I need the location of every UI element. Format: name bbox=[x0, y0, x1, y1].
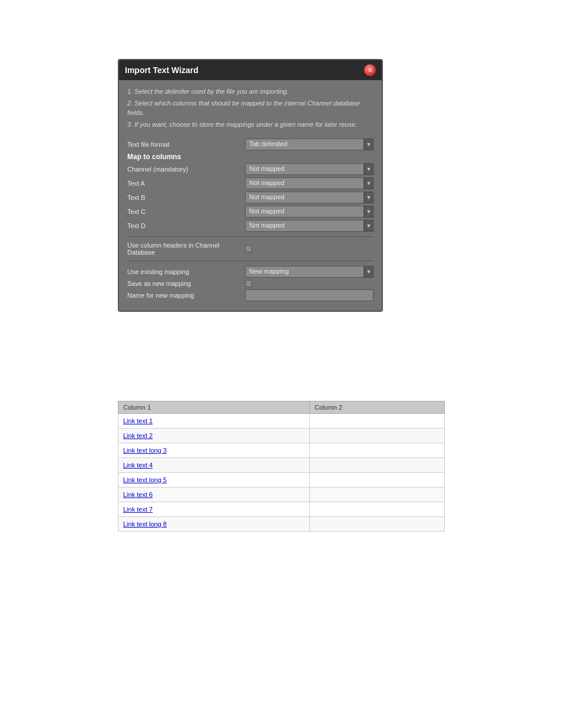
table-link[interactable]: Link text 1 bbox=[123, 417, 153, 424]
text-b-dropdown[interactable]: Not mapped bbox=[245, 192, 364, 203]
text-a-row: Text A Not mapped ▼ bbox=[127, 177, 373, 189]
import-wizard-dialog: Import Text Wizard ✕ 1. Select the delim… bbox=[118, 59, 383, 312]
table-row: Link text 4 bbox=[118, 458, 445, 473]
channel-row: Channel (mandatory) Not mapped ▼ bbox=[127, 163, 373, 175]
channel-dropdown[interactable]: Not mapped bbox=[245, 163, 364, 175]
text-a-dropdown[interactable]: Not mapped bbox=[245, 177, 364, 189]
table-cell-link: Link text 4 bbox=[118, 458, 310, 473]
table-link[interactable]: Link text long 5 bbox=[123, 476, 167, 483]
text-d-arrow[interactable]: ▼ bbox=[364, 220, 373, 232]
table-link[interactable]: Link text long 3 bbox=[123, 447, 167, 454]
table-cell-link: Link text long 5 bbox=[118, 473, 310, 487]
table-row: Link text long 5 bbox=[118, 473, 445, 487]
table-cell-link: Link text 1 bbox=[118, 414, 310, 429]
table-link[interactable]: Link text long 8 bbox=[123, 521, 167, 528]
dialog-container: Import Text Wizard ✕ 1. Select the delim… bbox=[118, 59, 383, 312]
text-c-row: Text C Not mapped ▼ bbox=[127, 206, 373, 218]
text-file-format-dropdown-wrapper: Tab delimited ▼ bbox=[245, 139, 373, 150]
dialog-body: 1. Select the delimiter used by the file… bbox=[119, 80, 382, 311]
table-cell-link: Link text 6 bbox=[118, 487, 310, 502]
instruction-2: 2. Select which columns that should be m… bbox=[127, 99, 373, 117]
table-link[interactable]: Link text 4 bbox=[123, 462, 153, 469]
table-row: Link text 7 bbox=[118, 502, 445, 517]
table-cell-value bbox=[310, 429, 445, 443]
use-existing-mapping-arrow[interactable]: ▼ bbox=[364, 266, 373, 278]
save-as-new-mapping-checkbox-wrapper bbox=[245, 280, 254, 287]
channel-dropdown-wrapper: Not mapped ▼ bbox=[245, 163, 373, 175]
reference-table: Column 1 Column 2 Link text 1Link text 2… bbox=[118, 401, 445, 532]
use-existing-mapping-dropdown[interactable]: New mapping bbox=[245, 266, 364, 278]
text-d-label: Text D bbox=[127, 222, 245, 229]
instruction-1: 1. Select the delimiter used by the file… bbox=[127, 87, 373, 96]
name-for-new-mapping-label: Name for new mapping bbox=[127, 292, 245, 299]
table-link[interactable]: Link text 7 bbox=[123, 506, 153, 513]
table-row: Link text 1 bbox=[118, 414, 445, 429]
table-col2-header: Column 2 bbox=[310, 401, 445, 414]
text-file-format-row: Text file format Tab delimited ▼ bbox=[127, 139, 373, 150]
table-row: Link text 2 bbox=[118, 429, 445, 443]
text-c-arrow[interactable]: ▼ bbox=[364, 206, 373, 218]
table-cell-value bbox=[310, 414, 445, 429]
channel-arrow[interactable]: ▼ bbox=[364, 163, 373, 175]
table-cell-value bbox=[310, 502, 445, 517]
text-a-dropdown-wrapper: Not mapped ▼ bbox=[245, 177, 373, 189]
channel-label: Channel (mandatory) bbox=[127, 166, 245, 173]
instruction-3: 3. If you want, choose to store the mapp… bbox=[127, 120, 373, 129]
dialog-titlebar: Import Text Wizard ✕ bbox=[119, 60, 382, 80]
divider-2 bbox=[127, 261, 373, 261]
divider-1 bbox=[127, 236, 373, 237]
use-column-headers-row: Use column headers in Channel Database bbox=[127, 242, 373, 256]
table-cell-link: Link text long 8 bbox=[118, 517, 310, 532]
use-existing-mapping-dropdown-wrapper: New mapping ▼ bbox=[245, 266, 373, 278]
text-b-arrow[interactable]: ▼ bbox=[364, 192, 373, 203]
table-cell-value bbox=[310, 487, 445, 502]
text-b-label: Text B bbox=[127, 194, 245, 201]
text-d-row: Text D Not mapped ▼ bbox=[127, 220, 373, 232]
use-existing-mapping-label: Use existing mapping bbox=[127, 268, 245, 275]
table-cell-value bbox=[310, 443, 445, 458]
text-b-row: Text B Not mapped ▼ bbox=[127, 192, 373, 203]
use-column-headers-checkbox[interactable] bbox=[245, 245, 252, 252]
text-d-dropdown[interactable]: Not mapped bbox=[245, 220, 364, 232]
text-a-label: Text A bbox=[127, 180, 245, 187]
close-button[interactable]: ✕ bbox=[364, 64, 376, 76]
table-cell-value bbox=[310, 473, 445, 487]
map-to-columns-label: Map to columns bbox=[127, 153, 245, 161]
map-to-columns-header-row: Map to columns bbox=[127, 153, 373, 161]
text-file-format-label: Text file format bbox=[127, 141, 245, 148]
table-cell-link: Link text 2 bbox=[118, 429, 310, 443]
text-c-label: Text C bbox=[127, 208, 245, 215]
name-for-new-mapping-input[interactable] bbox=[245, 289, 373, 301]
text-c-dropdown-wrapper: Not mapped ▼ bbox=[245, 206, 373, 218]
table-col1-header: Column 1 bbox=[118, 401, 310, 414]
dialog-title: Import Text Wizard bbox=[125, 65, 199, 75]
table-cell-link: Link text 7 bbox=[118, 502, 310, 517]
table-cell-value bbox=[310, 458, 445, 473]
use-column-headers-label: Use column headers in Channel Database bbox=[127, 242, 245, 256]
save-as-new-mapping-label: Save as new mapping bbox=[127, 280, 245, 287]
table-link[interactable]: Link text 6 bbox=[123, 491, 153, 498]
table-row: Link text 6 bbox=[118, 487, 445, 502]
text-b-dropdown-wrapper: Not mapped ▼ bbox=[245, 192, 373, 203]
table-cell-value bbox=[310, 517, 445, 532]
save-as-new-mapping-row: Save as new mapping bbox=[127, 280, 373, 287]
text-file-format-dropdown[interactable]: Tab delimited bbox=[245, 139, 364, 150]
save-as-new-mapping-checkbox[interactable] bbox=[245, 280, 252, 287]
table-cell-link: Link text long 3 bbox=[118, 443, 310, 458]
use-existing-mapping-row: Use existing mapping New mapping ▼ bbox=[127, 266, 373, 278]
table-row: Link text long 8 bbox=[118, 517, 445, 532]
table-row: Link text long 3 bbox=[118, 443, 445, 458]
name-for-new-mapping-row: Name for new mapping bbox=[127, 289, 373, 301]
table-link[interactable]: Link text 2 bbox=[123, 432, 153, 439]
text-d-dropdown-wrapper: Not mapped ▼ bbox=[245, 220, 373, 232]
use-column-headers-checkbox-wrapper bbox=[245, 245, 254, 252]
reference-table-wrapper: Column 1 Column 2 Link text 1Link text 2… bbox=[118, 401, 445, 532]
text-file-format-arrow[interactable]: ▼ bbox=[364, 139, 373, 150]
text-c-dropdown[interactable]: Not mapped bbox=[245, 206, 364, 218]
text-a-arrow[interactable]: ▼ bbox=[364, 177, 373, 189]
